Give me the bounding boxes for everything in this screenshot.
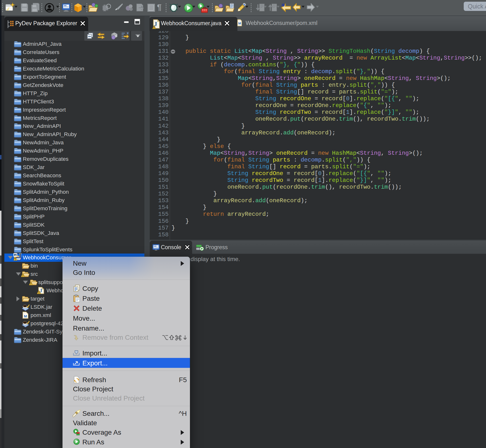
svg-text:M: M [238, 22, 241, 25]
